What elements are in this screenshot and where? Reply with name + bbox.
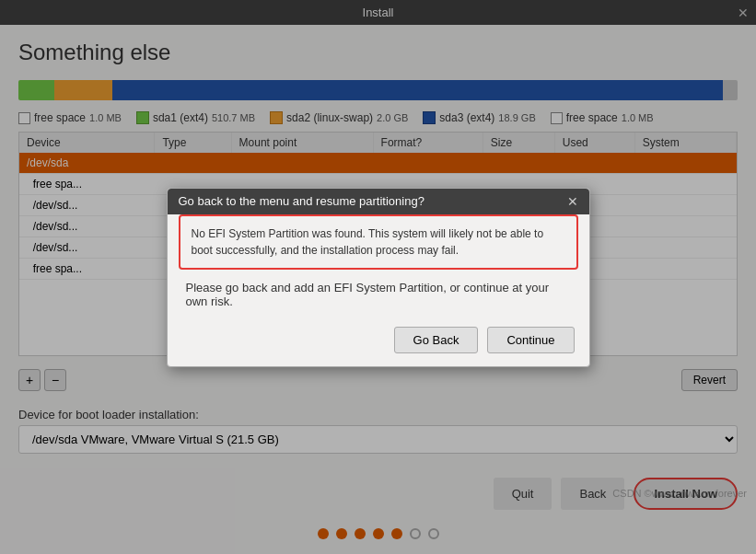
dialog-title: Go back to the menu and resume partition… (179, 194, 425, 208)
dialog: Go back to the menu and resume partition… (167, 188, 590, 367)
dialog-actions: Go Back Continue (168, 319, 589, 366)
dialog-close-icon[interactable]: ✕ (567, 194, 578, 209)
main-window: Install ✕ Something else free space 1.0 … (0, 0, 756, 554)
dialog-titlebar: Go back to the menu and resume partition… (168, 189, 589, 214)
dialog-message: Please go back and add an EFI System Par… (168, 281, 589, 319)
dialog-warning: No EFI System Partition was found. This … (179, 214, 578, 270)
continue-button[interactable]: Continue (487, 327, 574, 353)
go-back-button[interactable]: Go Back (394, 327, 479, 353)
dialog-overlay: Go back to the menu and resume partition… (0, 0, 756, 554)
